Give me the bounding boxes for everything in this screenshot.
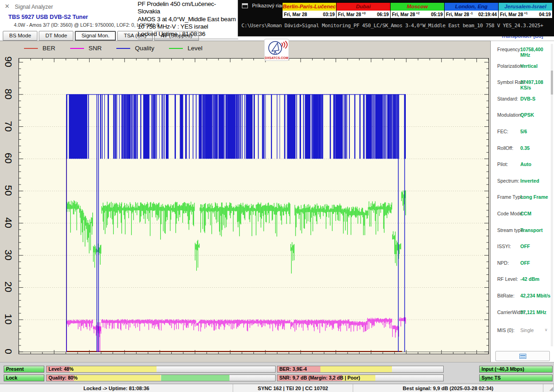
param-row-stream-type: Stream type:Transport — [491, 227, 554, 237]
y-axis-label-60: 60 — [2, 151, 15, 165]
chart-legend: BERSNRQualityLevel — [24, 45, 217, 52]
mis-dropdown[interactable]: Single — [520, 327, 534, 333]
level-meter-segment — [70, 366, 157, 372]
param-label: BitRate: — [497, 293, 514, 298]
legend-swatch-ber — [24, 48, 38, 49]
param-row-modulation: Modulation:QPSK — [491, 112, 554, 121]
tab-signal-mon[interactable]: Signal Mon. — [75, 31, 116, 41]
clock-london-eng: London, EngFri, Mar 28-102:19:44 — [444, 2, 499, 18]
clock-datetime: Fri, Mar 28-102:19:44 — [445, 11, 498, 18]
snr-meter: SNR: 9,7 dB (Margin: 3,2 dB | Poor) — [277, 374, 444, 381]
param-value: 27497,108 KS/s — [520, 79, 554, 90]
tab-dt-mode[interactable]: DT Mode — [39, 31, 73, 41]
param-row-pilot: Pilot:Auto — [491, 161, 554, 171]
param-label: RollOff: — [497, 145, 513, 151]
param-row-bitrate: BitRate:42,234 Mbit/s — [491, 293, 554, 302]
param-value: 0.35 — [520, 145, 530, 151]
statusbar-locked-uptime: Locked -> Uptime: 81:08:36 — [0, 384, 233, 392]
site-info-line-3: 10 758 MHz-V : YES israel — [138, 23, 238, 30]
param-row-npd: NPD:OFF — [491, 260, 554, 269]
y-axis-label-90: 90 — [2, 55, 15, 69]
clock-city-label: Dubai — [337, 3, 390, 11]
clock-time: 04:19 — [539, 12, 551, 17]
transponder-sidebar: Frequency:10758,400 MHzPolarization:Vert… — [490, 41, 554, 362]
mis-row: MIS (0):Single∨ — [491, 327, 554, 337]
y-axis-label-10: 10 — [2, 312, 15, 326]
clock-time: 06:19 — [377, 12, 389, 17]
dxsatcs-logo: DXSATCS.COM — [264, 39, 289, 61]
clock-time: 02:19:44 — [478, 12, 497, 17]
chart-region: BERSNRQualityLevel 0102030405060708090 — [0, 41, 490, 362]
y-axis-label-0: 0 — [2, 344, 15, 358]
legend-swatch-quality — [116, 48, 130, 49]
param-value: DVB-S — [520, 96, 536, 101]
clock-time: 05:19 — [431, 12, 443, 17]
statusbar-best-signal: Best signal: 9,9 dB (2025-03-28 02:34) — [353, 384, 543, 392]
clock-city-label: Berlin-Paris-Lučenec — [283, 3, 336, 11]
legend-item-ber: BER — [24, 45, 55, 52]
y-axis-label-80: 80 — [2, 87, 15, 101]
clock-date: Fri, Mar 28 — [446, 12, 469, 17]
quality-meter-segment — [74, 375, 161, 381]
clock-moscow: MoscowFri, Mar 28+205:19 — [390, 2, 445, 18]
cmd-command-text[interactable]: C:\Users\Roman Dávid>Signal Monitoring_P… — [241, 23, 553, 29]
param-label: Code Mode: — [497, 211, 524, 216]
param-row-frame-type: Frame Type:Long Frame — [491, 194, 554, 203]
quality-meter-segment — [161, 375, 230, 381]
legend-label: BER — [42, 45, 55, 52]
signal-chart — [19, 59, 488, 354]
param-value: 5/6 — [520, 129, 527, 134]
param-label: ISSYI: — [497, 244, 511, 249]
chevron-down-icon[interactable]: ∨ — [544, 327, 548, 332]
param-value: -42 dBm — [520, 276, 539, 282]
y-axis-label-30: 30 — [2, 248, 15, 262]
y-axis-label-40: 40 — [2, 216, 15, 230]
tuner-name: TBS 5927 USB DVB-S2 Tuner — [8, 14, 88, 20]
legend-item-snr: SNR — [70, 45, 102, 52]
quality-meter: Quality: 80% — [46, 374, 276, 381]
site-info-line-2: AMOS 3 at 4,0°W_Middle East beam — [138, 16, 238, 23]
param-row-standard: Standard:DVB-S — [491, 96, 554, 105]
ber-meter-label: BER: 3,9E-4 — [279, 366, 307, 372]
param-value: Transport — [520, 227, 542, 233]
quality-meter-label: Quality: 80% — [48, 375, 78, 381]
param-value: Auto — [520, 161, 531, 167]
legend-label: Level — [187, 45, 202, 52]
clock-date: Fri, Mar 28 — [500, 12, 523, 17]
y-axis-label-70: 70 — [2, 119, 15, 133]
clock-time: 03:19 — [323, 12, 335, 17]
param-row-issyi: ISSYI:OFF — [491, 244, 554, 253]
param-value: 42,234 Mbit/s — [520, 293, 550, 298]
indicator-input-40-3-mbps: Input (~40,3 Mbps) — [479, 366, 553, 373]
clock-dubai: DubaiFri, Mar 28+306:19 — [336, 2, 391, 18]
clock-berlin-paris-lu-enec: Berlin-Paris-LučenecFri, Mar 2803:19 — [282, 2, 337, 18]
param-value: Vertical — [520, 63, 537, 69]
plot-area — [18, 58, 489, 354]
y-axis-label-50: 50 — [2, 184, 15, 197]
signal-status-bars: PresentLockInput (~40,3 Mbps)Sync TSLeve… — [0, 362, 554, 384]
transponder-list-button[interactable] — [495, 351, 550, 361]
param-row-rolloff: RollOff:0.35 — [491, 145, 554, 154]
tab-bs-mode[interactable]: BS Mode — [3, 31, 37, 41]
indicator-lock: Lock — [4, 374, 44, 381]
clock-date: Fri, Mar 28 — [392, 12, 415, 17]
param-value: OFF — [520, 244, 530, 249]
clock-utc-offset: +1 — [524, 12, 528, 15]
sidebar-scrollbar-thumb[interactable] — [551, 71, 553, 95]
param-value: Long Frame — [520, 194, 548, 200]
site-info-line-1: PF Prodelin 450 cm/Lučenec-Slovakia — [138, 0, 238, 16]
resize-grip[interactable]: ◢ — [549, 386, 553, 391]
clock-datetime: Fri, Mar 28+306:19 — [337, 11, 390, 18]
clock-city-label: London, Eng — [445, 3, 498, 11]
legend-swatch-level — [169, 48, 183, 49]
legend-item-quality: Quality — [116, 45, 154, 52]
legend-item-level: Level — [169, 45, 202, 52]
sidebar-scrollbar[interactable] — [551, 44, 553, 346]
legend-label: SNR — [89, 45, 102, 52]
legend-swatch-snr — [70, 48, 84, 49]
clock-utc-offset: -1 — [470, 12, 473, 15]
param-label: Modulation: — [497, 112, 522, 118]
param-row-frequency: Frequency:10758,400 MHz — [491, 47, 554, 56]
clock-jerusalem-israel: Jerusalem-IsraelFri, Mar 28+104:19 — [498, 2, 553, 18]
param-row-rf-level: RF Level:-42 dBm — [491, 276, 554, 285]
